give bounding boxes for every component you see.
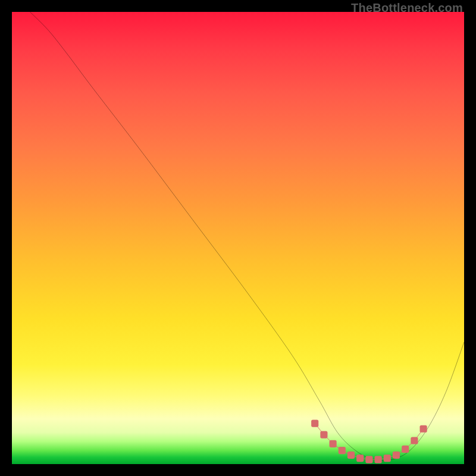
valley-markers-group: [311, 420, 427, 464]
valley-marker: [339, 447, 346, 454]
valley-marker: [347, 452, 355, 459]
chart-svg: [12, 12, 464, 464]
valley-marker: [320, 431, 327, 439]
valley-marker: [311, 420, 318, 427]
valley-marker: [420, 425, 427, 433]
valley-marker: [384, 455, 391, 462]
plot-area: [12, 12, 464, 464]
valley-marker: [375, 456, 382, 463]
valley-marker: [393, 452, 400, 459]
valley-marker: [411, 437, 418, 444]
chart-frame: TheBottleneck.com: [0, 0, 476, 476]
valley-marker: [356, 455, 364, 462]
valley-marker: [402, 446, 409, 453]
valley-marker: [365, 456, 372, 463]
curve-line: [30, 12, 464, 461]
valley-marker: [330, 440, 337, 447]
